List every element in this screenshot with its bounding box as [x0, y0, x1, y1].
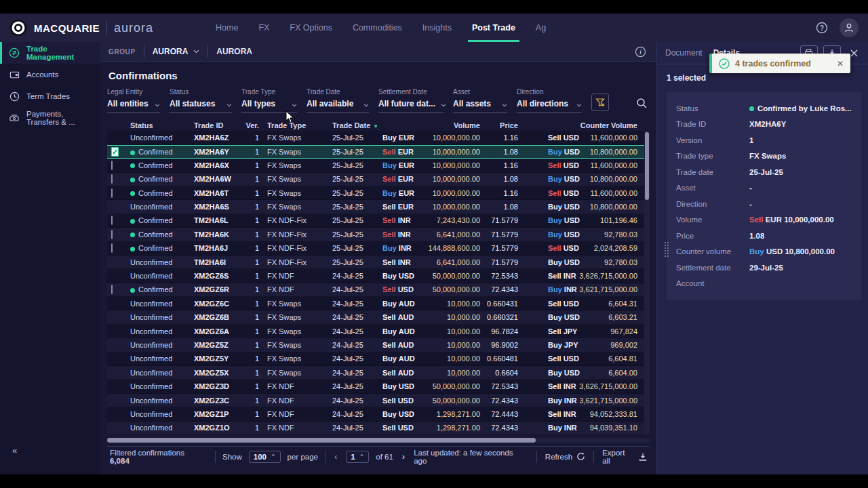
- table-row[interactable]: UnconfirmedXM2GZ3C1FX NDF24-Jul-25Sell U…: [107, 394, 644, 407]
- table-row[interactable]: UnconfirmedXM2GZ1P1FX NDF24-Jul-25Buy US…: [107, 407, 644, 421]
- column-header-volume[interactable]: Volume: [411, 121, 483, 129]
- table-row[interactable]: ConfirmedXM2GZ6R1FX NDF24-Jul-25Sell USD…: [107, 283, 644, 297]
- info-icon[interactable]: i: [632, 43, 648, 60]
- panel-resize-handle[interactable]: [665, 242, 669, 257]
- nav-item-fx[interactable]: FX: [258, 14, 269, 42]
- horizontal-scrollbar-thumb[interactable]: [107, 438, 536, 443]
- detail-value: -: [749, 200, 752, 208]
- row-checkbox[interactable]: [111, 230, 113, 239]
- nav-item-ag[interactable]: Ag: [536, 14, 546, 42]
- table-row[interactable]: ConfirmedXM2HA6X1FX Swaps25-Jul-25Buy EU…: [107, 159, 644, 172]
- table-row[interactable]: UnconfirmedXM2GZ6A1FX Swaps24-Jul-25Buy …: [107, 325, 644, 338]
- column-header-label: Price: [500, 121, 518, 129]
- cell-direction-2: Buy USD: [521, 216, 563, 224]
- filter-legal-entity[interactable]: Legal EntityAll entities: [107, 88, 160, 113]
- nav-item-fx-options[interactable]: FX Options: [290, 14, 332, 42]
- cell-status: Confirmed: [125, 161, 189, 169]
- table-row[interactable]: UnconfirmedXM2GZ1O1FX NDF24-Jul-25Sell U…: [107, 422, 644, 435]
- row-checkbox[interactable]: [111, 161, 113, 170]
- column-header-trade-type[interactable]: Trade Type: [262, 121, 327, 129]
- table-row[interactable]: ConfirmedTM2HA6J1FX NDF-Fix25-Jul-25Buy …: [107, 242, 644, 256]
- detail-label: Counter volume: [676, 247, 749, 256]
- sidebar-item-payments-transfers[interactable]: Payments, Transfers & ...: [0, 107, 100, 129]
- nav-item-commodities[interactable]: Commodities: [353, 14, 402, 42]
- nav-item-home[interactable]: Home: [216, 14, 238, 42]
- row-checkbox[interactable]: [111, 243, 113, 253]
- table-row[interactable]: UnconfirmedXM2GZ5Y1FX Swaps24-Jul-25Buy …: [107, 352, 644, 366]
- filter-direction[interactable]: DirectionAll directions: [517, 88, 582, 113]
- direction-label: Buy: [382, 300, 397, 308]
- table-row[interactable]: ConfirmedTM2HA6K1FX NDF-Fix25-Jul-25Sell…: [107, 228, 644, 241]
- column-header-settlement-date[interactable]: Settlement Date: [640, 121, 646, 129]
- table-row[interactable]: UnconfirmedXM2GZ5X1FX Swaps24-Jul-25Sell…: [107, 366, 644, 380]
- filter-asset[interactable]: AssetAll assets: [453, 88, 507, 113]
- row-checkbox[interactable]: [111, 285, 113, 294]
- panel-tab-document[interactable]: Document: [665, 42, 703, 64]
- cell-volume: 6,641,000.00: [411, 230, 483, 239]
- sidebar-item-term-trades[interactable]: Term Trades: [0, 85, 100, 107]
- cell-counter-volume: 6,604.81: [563, 354, 640, 363]
- cell-volume: 10,000.00: [411, 300, 483, 308]
- refresh-button[interactable]: Refresh: [545, 452, 585, 461]
- direction-label: Sell: [382, 148, 396, 156]
- row-checkbox[interactable]: [111, 216, 113, 225]
- export-all-button[interactable]: Export all: [602, 449, 647, 465]
- table-row[interactable]: UnconfirmedTM2HA6I1FX NDF-Fix25-Jul-25Se…: [107, 256, 644, 269]
- table-row[interactable]: UnconfirmedXM2GZ5Z1FX Swaps24-Jul-25Sell…: [107, 338, 644, 352]
- column-header-counter-volume[interactable]: Counter Volume: [563, 121, 640, 129]
- table-row[interactable]: UnconfirmedXM2HA6S1FX Swaps25-Jul-25Sell…: [107, 200, 644, 214]
- table-row[interactable]: UnconfirmedXM2GZ6C1FX Swaps24-Jul-25Buy …: [107, 297, 644, 310]
- vertical-scrollbar[interactable]: [644, 131, 650, 435]
- filter-settlement-date[interactable]: Settlement DateAll future dat...: [378, 88, 443, 113]
- nav-item-insights[interactable]: Insights: [422, 14, 452, 42]
- table-row[interactable]: UnconfirmedXM2GZ6S1FX NDF24-Jul-25Buy US…: [107, 269, 644, 283]
- table-row[interactable]: UnconfirmedXM2GZ3D1FX NDF24-Jul-25Buy US…: [107, 380, 644, 393]
- sidebar-item-accounts[interactable]: Accounts: [0, 64, 100, 85]
- cell-status: Unconfirmed: [125, 424, 189, 432]
- cell-trade-type: FX NDF-Fix: [262, 230, 327, 239]
- table-row[interactable]: ConfirmedXM2HA6T1FX Swaps25-Jul-25Buy EU…: [107, 186, 644, 200]
- group-select[interactable]: AURORA: [153, 47, 200, 56]
- vertical-scrollbar-thumb[interactable]: [645, 132, 649, 200]
- user-avatar-icon[interactable]: [840, 18, 859, 37]
- page-number-input[interactable]: 1⌃: [346, 451, 369, 463]
- cell-price: 0.660431: [483, 300, 521, 308]
- column-header-status[interactable]: Status: [125, 121, 189, 129]
- help-icon[interactable]: ?: [814, 20, 830, 36]
- next-page-button[interactable]: ›: [400, 451, 407, 462]
- direction-label: Sell: [548, 134, 561, 142]
- filter-status[interactable]: StatusAll statuses: [170, 88, 232, 113]
- cell-status: Confirmed: [125, 230, 189, 239]
- column-header-trade-date[interactable]: Trade Date▼: [327, 121, 377, 129]
- divider: [208, 45, 208, 58]
- prev-page-button[interactable]: ‹: [332, 451, 339, 462]
- cell-direction-2: Sell USD: [521, 244, 563, 252]
- column-header-ver[interactable]: Ver.: [244, 121, 262, 129]
- cell-trade-id: TM2HA6K: [189, 230, 244, 239]
- clear-filters-button[interactable]: [591, 94, 609, 111]
- filter-trade-type[interactable]: Trade TypeAll types: [241, 88, 297, 113]
- nav-item-post-trade[interactable]: Post Trade: [472, 14, 515, 42]
- filter-trade-date[interactable]: Trade DateAll available: [307, 88, 369, 113]
- row-checkbox[interactable]: [111, 188, 113, 198]
- page-size-select[interactable]: 100⌃: [249, 451, 281, 463]
- row-checkbox[interactable]: ✓: [111, 147, 119, 157]
- sidebar-collapse-button[interactable]: «: [12, 445, 17, 455]
- table-row[interactable]: UnconfirmedXM2HA6Z1FX Swaps25-Jul-25Buy …: [107, 131, 644, 144]
- column-header-trade-id[interactable]: Trade ID: [189, 121, 244, 129]
- toast-close-icon[interactable]: ✕: [837, 59, 844, 68]
- cell-trade-date: 25-Jul-25: [327, 244, 377, 252]
- success-check-icon: [719, 58, 730, 69]
- cell-direction-2: Buy USD: [521, 230, 563, 239]
- column-header-price[interactable]: Price: [483, 121, 521, 129]
- table-row[interactable]: ConfirmedTM2HA6L1FX NDF-Fix25-Jul-25Sell…: [107, 214, 644, 228]
- row-checkbox[interactable]: [111, 174, 113, 184]
- table-row[interactable]: ✓ConfirmedXM2HA6Y1FX Swaps25-Jul-25Sell …: [107, 145, 644, 159]
- table-row[interactable]: ConfirmedXM2HA6W1FX Swaps25-Jul-25Sell E…: [107, 173, 644, 186]
- sidebar-item-trade-management[interactable]: Trade Management: [0, 42, 100, 64]
- horizontal-scrollbar[interactable]: [107, 438, 650, 443]
- table-row[interactable]: UnconfirmedXM2GZ6B1FX Swaps24-Jul-25Sell…: [107, 310, 644, 324]
- direction-label: Sell: [382, 424, 396, 432]
- cell-trade-type: FX Swaps: [262, 327, 327, 336]
- search-icon[interactable]: [633, 95, 650, 111]
